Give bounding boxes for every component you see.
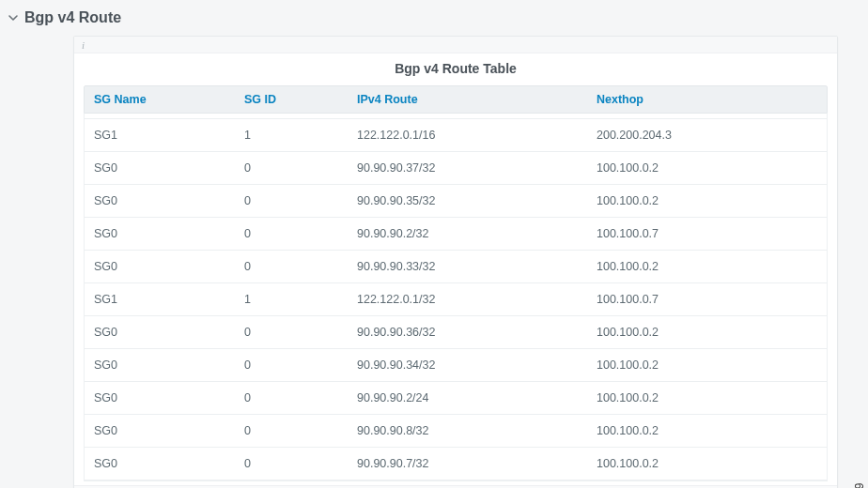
table-row[interactable]: SG11122.122.0.1/16200.200.204.3 [85, 119, 827, 152]
cell-route: 90.90.90.7/32 [348, 449, 587, 479]
route-table: SG Name SG ID IPv4 Route Nexthop SG0090.… [74, 85, 837, 485]
figure-reference-number: 520759 [853, 482, 866, 488]
col-header-nexthop[interactable]: Nexthop [587, 86, 827, 113]
cell-nexthop: 100.100.0.2 [587, 449, 827, 479]
cell-route: 122.122.0.1/32 [348, 284, 587, 314]
col-header-sg-name[interactable]: SG Name [85, 86, 235, 113]
table-body[interactable]: SG0090.90.90.9/32100.100.0.2SG11122.122.… [84, 114, 828, 481]
cell-sg-name: SG1 [85, 284, 235, 314]
cell-route: 90.90.90.37/32 [348, 153, 587, 183]
chevron-down-icon [8, 12, 19, 23]
cell-nexthop: 100.100.0.2 [587, 252, 827, 282]
cell-sg-name: SG0 [85, 416, 235, 446]
cell-nexthop: 100.100.0.2 [587, 114, 827, 118]
cell-sg-id: 0 [235, 350, 348, 380]
cell-route: 90.90.90.33/32 [348, 252, 587, 282]
table-row[interactable]: SG0090.90.90.34/32100.100.0.2 [85, 349, 827, 382]
cell-route: 90.90.90.35/32 [348, 186, 587, 216]
cell-sg-name: SG1 [85, 120, 235, 150]
cell-sg-id: 1 [235, 120, 348, 150]
cell-sg-name: SG0 [85, 317, 235, 347]
table-row[interactable]: SG0090.90.90.7/32100.100.0.2 [85, 448, 827, 480]
table-header-row: SG Name SG ID IPv4 Route Nexthop [84, 85, 828, 114]
cell-route: 90.90.90.36/32 [348, 317, 587, 347]
table-row[interactable]: SG0090.90.90.37/32100.100.0.2 [85, 152, 827, 185]
cell-sg-id: 0 [235, 186, 348, 216]
col-header-route[interactable]: IPv4 Route [348, 86, 587, 113]
cell-sg-name: SG0 [85, 449, 235, 479]
cell-sg-name: SG0 [85, 252, 235, 282]
cell-route: 122.122.0.1/16 [348, 120, 587, 150]
cell-route: 90.90.90.9/32 [348, 114, 587, 118]
info-icon[interactable]: i [82, 39, 85, 51]
panel-info-bar: i [74, 37, 837, 53]
cell-sg-id: 0 [235, 317, 348, 347]
cell-sg-id: 0 [235, 252, 348, 282]
cell-sg-name: SG0 [85, 219, 235, 249]
cell-route: 90.90.90.8/32 [348, 416, 587, 446]
cell-nexthop: 100.100.0.2 [587, 416, 827, 446]
cell-sg-name: SG0 [85, 153, 235, 183]
cell-sg-id: 1 [235, 284, 348, 314]
cell-sg-id: 0 [235, 114, 348, 118]
section-header[interactable]: Bgp v4 Route [0, 0, 868, 32]
cell-nexthop: 100.100.0.2 [587, 153, 827, 183]
cell-sg-id: 0 [235, 153, 348, 183]
cell-nexthop: 100.100.0.7 [587, 219, 827, 249]
table-row[interactable]: SG0090.90.90.2/32100.100.0.7 [85, 218, 827, 251]
cell-sg-name: SG0 [85, 350, 235, 380]
table-row[interactable]: SG0090.90.90.8/32100.100.0.2 [85, 415, 827, 448]
cell-nexthop: 100.100.0.2 [587, 350, 827, 380]
cell-sg-id: 0 [235, 416, 348, 446]
table-row[interactable]: SG0090.90.90.2/24100.100.0.2 [85, 382, 827, 415]
cell-route: 90.90.90.34/32 [348, 350, 587, 380]
route-table-panel: i Bgp v4 Route Table SG Name SG ID IPv4 … [73, 36, 838, 488]
cell-sg-id: 0 [235, 383, 348, 413]
cell-route: 90.90.90.2/32 [348, 219, 587, 249]
cell-nexthop: 100.100.0.2 [587, 383, 827, 413]
table-row[interactable]: SG0090.90.90.36/32100.100.0.2 [85, 316, 827, 349]
table-row[interactable]: SG11122.122.0.1/32100.100.0.7 [85, 283, 827, 316]
cell-nexthop: 100.100.0.7 [587, 284, 827, 314]
cell-sg-name: SG0 [85, 383, 235, 413]
table-row[interactable]: SG0090.90.90.33/32100.100.0.2 [85, 251, 827, 283]
cell-sg-name: SG0 [85, 114, 235, 118]
cell-sg-id: 0 [235, 219, 348, 249]
cell-route: 90.90.90.2/24 [348, 383, 587, 413]
cell-nexthop: 200.200.204.3 [587, 120, 827, 150]
panel-title: Bgp v4 Route Table [74, 53, 837, 85]
cell-nexthop: 100.100.0.2 [587, 186, 827, 216]
section-title: Bgp v4 Route [24, 9, 121, 26]
col-header-sg-id[interactable]: SG ID [235, 86, 348, 113]
cell-nexthop: 100.100.0.2 [587, 317, 827, 347]
cell-sg-name: SG0 [85, 186, 235, 216]
table-row[interactable]: SG0090.90.90.35/32100.100.0.2 [85, 185, 827, 218]
cell-sg-id: 0 [235, 449, 348, 479]
